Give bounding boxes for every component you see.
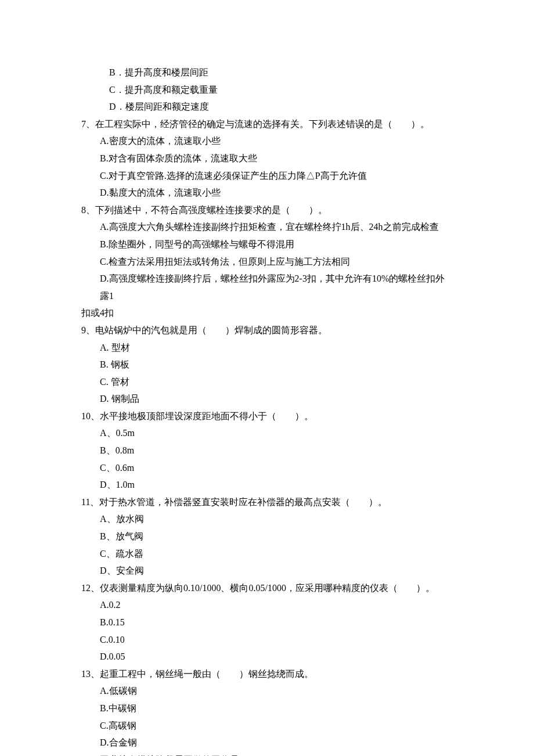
q9-option-D: D. 钢制品 — [81, 390, 453, 408]
q6-option-D: D．楼层间距和额定速度 — [81, 98, 453, 116]
q11-option-C: C、疏水器 — [81, 545, 453, 563]
q9-option-B: B. 钢板 — [81, 356, 453, 373]
q7-stem: 7、在工程实际中，经济管径的确定与流速的选择有关。下列表述错误的是（ ）。 — [81, 116, 453, 133]
q11-option-D: D、安全阀 — [81, 562, 453, 579]
q8-option-C: C.检查方法采用扭矩法或转角法，但原则上应与施工方法相同 — [81, 253, 453, 271]
q10-option-A: A、0.5m — [81, 424, 453, 442]
q10-option-C: C、0.6m — [81, 459, 453, 477]
q8-option-B: B.除垫圈外，同型号的高强螺栓与螺母不得混用 — [81, 236, 453, 253]
q12-option-B: B.0.15 — [81, 614, 453, 631]
q6-option-C: C．提升高度和额定载重量 — [81, 81, 453, 99]
q13-option-C: C.高碳钢 — [81, 717, 453, 735]
q9-stem: 9、电站锅炉中的汽包就是用（ ）焊制成的圆筒形容器。 — [81, 322, 453, 339]
q8-option-A: A.高强度大六角头螺栓连接副终拧扭矩检查，宜在螺栓终拧1h后、24h之前完成检查 — [81, 218, 453, 236]
q13-option-D: D.合金钢 — [81, 734, 453, 751]
q12-stem: 12、仪表测量精度为纵向0.10/1000、横向0.05/1000，应采用哪种精… — [81, 579, 453, 597]
q13-option-A: A.低碳钢 — [81, 682, 453, 700]
q12-option-C: C.0.10 — [81, 631, 453, 649]
q7-option-A: A.密度大的流体，流速取小些 — [81, 132, 453, 150]
q13-stem: 13、起重工程中，钢丝绳一般由（ ）钢丝捻绕而成。 — [81, 665, 453, 683]
q11-option-A: A、放水阀 — [81, 510, 453, 528]
q12-option-D: D.0.05 — [81, 648, 453, 665]
q10-option-B: B、0.8m — [81, 442, 453, 459]
q8-option-D-line2: 扣或4扣 — [81, 304, 453, 322]
q10-stem: 10、水平接地极顶部埋设深度距地面不得小于（ ）。 — [81, 408, 453, 425]
q7-option-B: B.对含有固体杂质的流体，流速取大些 — [81, 150, 453, 167]
q8-stem: 8、下列描述中，不符合高强度螺栓连接要求的是（ ）。 — [81, 201, 453, 219]
q9-option-A: A. 型材 — [81, 339, 453, 357]
q14-stem: 14、工业炉在烘炉阶段需要做的工作是（ ）。 — [81, 751, 453, 756]
q11-option-B: B、放气阀 — [81, 528, 453, 545]
q11-stem: 11、对于热水管道，补偿器竖直安装时应在补偿器的最高点安装（ ）。 — [81, 494, 453, 511]
q12-option-A: A.0.2 — [81, 596, 453, 614]
q7-option-C: C.对于真空管路.选择的流速必须保证产生的压力降△P高于允许值 — [81, 167, 453, 185]
q6-option-B: B．提升高度和楼层间距 — [81, 64, 453, 81]
q9-option-C: C. 管材 — [81, 373, 453, 391]
q7-option-D: D.黏度大的流体，流速取小些 — [81, 184, 453, 201]
q8-option-D-line1: D.高强度螺栓连接副终拧后，螺栓丝扣外露应为2-3扣，其中允许有10%的螺栓丝扣… — [81, 270, 453, 304]
page-content: B．提升高度和楼层间距 C．提升高度和额定载重量 D．楼层间距和额定速度 7、在… — [0, 0, 534, 756]
q10-option-D: D、1.0m — [81, 476, 453, 494]
q13-option-B: B.中碳钢 — [81, 700, 453, 717]
